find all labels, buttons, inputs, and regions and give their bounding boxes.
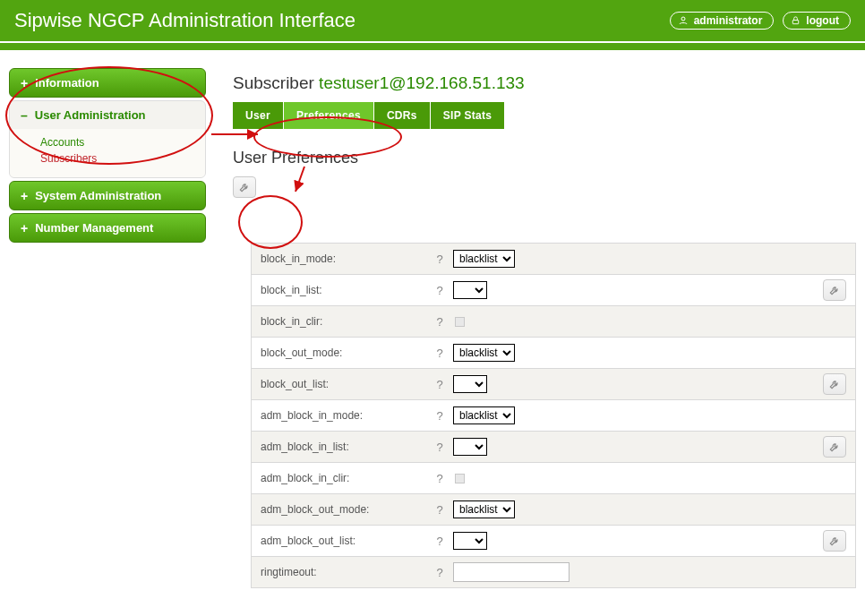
logout-button[interactable]: logout xyxy=(783,12,851,30)
section-title: User Preferences xyxy=(233,149,856,167)
layout: + Information – User Administration Acco… xyxy=(0,50,865,588)
help-icon[interactable]: ? xyxy=(426,378,453,391)
row-edit-button[interactable] xyxy=(823,436,846,458)
preferences-table: block_in_mode:?blacklistblock_in_list:?b… xyxy=(251,243,856,588)
row-action xyxy=(816,530,846,552)
pref-row-block_in_clir: block_in_clir:? xyxy=(252,305,855,337)
pref-row-adm_block_out_list: adm_block_out_list:? xyxy=(252,525,855,556)
pref-row-adm_block_out_mode: adm_block_out_mode:?blacklist xyxy=(252,493,855,525)
help-icon[interactable]: ? xyxy=(426,252,453,266)
tab-user[interactable]: User xyxy=(233,102,283,129)
pref-row-block_out_mode: block_out_mode:?blacklist xyxy=(252,337,855,368)
adm_block_in_mode-select[interactable]: blacklist xyxy=(453,406,515,424)
pref-label: block_out_mode: xyxy=(252,339,426,366)
wrench-icon xyxy=(828,441,841,453)
pref-label: block_in_clir: xyxy=(252,308,426,335)
pref-control xyxy=(453,281,816,299)
sidebar-item-user-administration: – User Administration Accounts Subscribe… xyxy=(9,100,206,178)
block_in_list-select[interactable] xyxy=(453,281,487,299)
help-icon[interactable]: ? xyxy=(426,346,453,360)
pref-label: block_out_list: xyxy=(252,371,426,398)
plus-icon: + xyxy=(21,190,28,202)
pref-control xyxy=(453,317,816,327)
pref-row-ringtimeout: ringtimeout:? xyxy=(252,556,855,587)
lock-icon xyxy=(791,15,801,26)
adm_block_in_clir-checkbox[interactable] xyxy=(455,474,465,483)
adm_block_in_list-select[interactable] xyxy=(453,438,487,456)
pref-label: adm_block_in_clir: xyxy=(252,465,426,492)
pref-control: blacklist xyxy=(453,250,816,268)
block_out_list-select[interactable] xyxy=(453,375,487,393)
minus-icon: – xyxy=(21,109,28,122)
tab-sip-stats[interactable]: SIP Stats xyxy=(431,102,505,129)
pref-row-block_in_list: block_in_list:? xyxy=(252,274,855,305)
pref-row-adm_block_in_clir: adm_block_in_clir:? xyxy=(252,462,855,493)
logout-label: logout xyxy=(806,14,839,27)
svg-rect-1 xyxy=(793,21,799,24)
block_in_clir-checkbox[interactable] xyxy=(455,317,465,327)
tab-cdrs[interactable]: CDRs xyxy=(374,102,430,129)
pref-label: ringtimeout: xyxy=(252,559,426,586)
wrench-icon xyxy=(828,535,841,547)
adm_block_out_mode-select[interactable]: blacklist xyxy=(453,500,515,518)
pref-row-adm_block_in_mode: adm_block_in_mode:?blacklist xyxy=(252,399,855,431)
user-pill[interactable]: administrator xyxy=(670,12,775,30)
help-icon[interactable]: ? xyxy=(426,315,453,329)
sidebar: + Information – User Administration Acco… xyxy=(9,68,206,245)
main: Subscriber testuser1@192.168.51.133 User… xyxy=(233,68,865,588)
page-title: Subscriber testuser1@192.168.51.133 xyxy=(233,73,856,93)
pref-label: adm_block_out_mode: xyxy=(252,496,426,523)
row-action xyxy=(816,279,846,301)
pref-control: blacklist xyxy=(453,500,816,518)
sidebar-item-header[interactable]: – User Administration xyxy=(10,101,205,129)
help-icon[interactable]: ? xyxy=(426,441,453,454)
pref-label: adm_block_in_mode: xyxy=(252,402,426,429)
topbar-actions: administrator logout xyxy=(670,12,851,30)
block_out_mode-select[interactable]: blacklist xyxy=(453,344,515,362)
wrench-icon xyxy=(828,378,841,390)
pref-row-block_out_list: block_out_list:? xyxy=(252,368,855,399)
adm_block_out_list-select[interactable] xyxy=(453,532,487,550)
accent-strip xyxy=(0,43,865,50)
sidebar-item-label: Number Management xyxy=(35,221,153,235)
configure-button[interactable] xyxy=(233,176,256,198)
sidebar-item-label: User Administration xyxy=(35,108,146,122)
tabs: User Preferences CDRs SIP Stats xyxy=(233,102,856,129)
row-action xyxy=(816,436,846,458)
subscriber-prefix: Subscriber xyxy=(233,73,319,92)
pref-row-adm_block_in_list: adm_block_in_list:? xyxy=(252,431,855,462)
sidebar-link-subscribers[interactable]: Subscribers xyxy=(40,150,198,167)
tab-preferences[interactable]: Preferences xyxy=(284,102,373,129)
subscriber-id: testuser1@192.168.51.133 xyxy=(319,73,525,92)
help-icon[interactable]: ? xyxy=(426,472,453,485)
pref-control xyxy=(453,532,816,550)
help-icon[interactable]: ? xyxy=(426,535,453,548)
sidebar-link-accounts[interactable]: Accounts xyxy=(40,134,198,150)
wrench-icon xyxy=(828,284,841,296)
sidebar-item-number-management[interactable]: + Number Management xyxy=(9,213,206,243)
pref-control xyxy=(453,375,816,393)
pref-label: block_in_list: xyxy=(252,277,426,304)
pref-label: adm_block_out_list: xyxy=(252,527,426,554)
sidebar-item-system-administration[interactable]: + System Administration xyxy=(9,181,206,210)
pref-control xyxy=(453,438,816,456)
sidebar-item-information[interactable]: + Information xyxy=(9,68,206,98)
pref-label: block_in_mode: xyxy=(252,245,426,272)
topbar: Sipwise NGCP Administration Interface ad… xyxy=(0,0,865,41)
block_in_mode-select[interactable]: blacklist xyxy=(453,250,515,268)
ringtimeout-input[interactable] xyxy=(453,562,570,582)
help-icon[interactable]: ? xyxy=(426,566,453,579)
user-icon xyxy=(678,15,689,26)
sidebar-sublist: Accounts Subscribers xyxy=(10,129,205,177)
plus-icon: + xyxy=(21,77,28,90)
row-action xyxy=(816,373,846,395)
help-icon[interactable]: ? xyxy=(426,503,453,517)
help-icon[interactable]: ? xyxy=(426,284,453,297)
row-edit-button[interactable] xyxy=(823,279,846,301)
help-icon[interactable]: ? xyxy=(426,409,453,423)
user-label: administrator xyxy=(694,14,763,27)
wrench-icon xyxy=(238,181,251,193)
svg-point-0 xyxy=(681,17,685,21)
row-edit-button[interactable] xyxy=(823,530,846,552)
row-edit-button[interactable] xyxy=(823,373,846,395)
